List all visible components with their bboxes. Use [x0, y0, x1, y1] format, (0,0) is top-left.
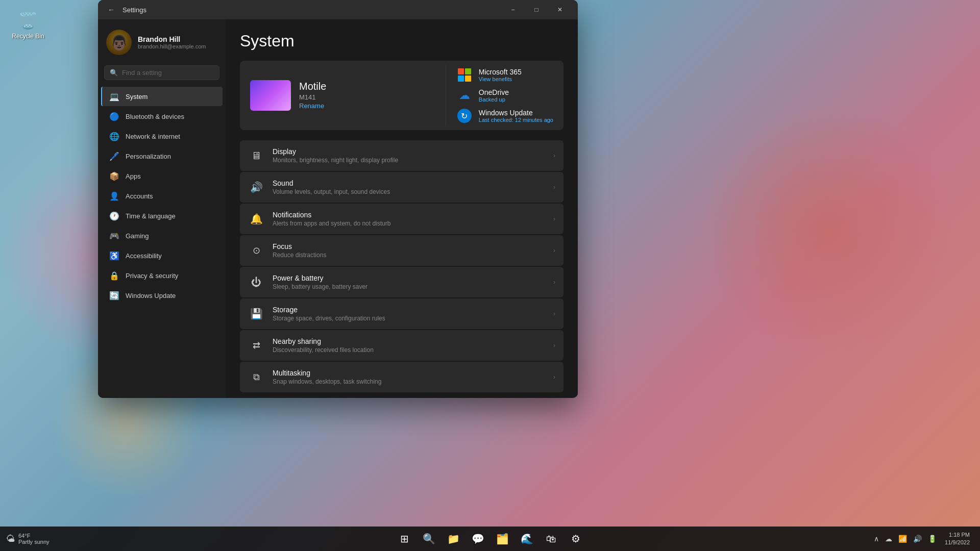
recycle-bin-image: 🗑️	[18, 10, 38, 31]
focus-text: Focus Reduce distractions	[273, 242, 545, 259]
chevron-icon[interactable]: ∧	[872, 533, 881, 545]
windows-update-text: Windows Update Last checked: 12 minutes …	[479, 109, 553, 123]
sound-chevron: ›	[553, 184, 555, 191]
search-button[interactable]: 🔍	[418, 528, 440, 550]
apps-icon: 📦	[109, 171, 119, 181]
sidebar: 👨🏿 Brandon Hill brandon.hill@example.com…	[98, 19, 226, 398]
sound-sublabel: Volume levels, output, input, sound devi…	[273, 188, 545, 195]
sidebar-item-accounts[interactable]: 👤 Accounts	[101, 186, 223, 206]
sidebar-item-gaming-label: Gaming	[126, 232, 149, 240]
windows-update-card[interactable]: ↻ Windows Update Last checked: 12 minute…	[456, 108, 553, 124]
sidebar-item-network[interactable]: 🌐 Network & internet	[101, 127, 223, 146]
settings-item-sound[interactable]: 🔊 Sound Volume levels, output, input, so…	[240, 172, 564, 203]
user-email: brandon.hill@example.com	[138, 43, 206, 49]
volume-icon[interactable]: 🔊	[911, 533, 924, 545]
focus-label: Focus	[273, 242, 545, 251]
search-icon: 🔍	[110, 69, 118, 77]
settings-window: ← Settings − □ ✕ 👨🏿 Brandon Hill brandon…	[98, 0, 578, 398]
storage-label: Storage	[273, 306, 545, 314]
page-title: System	[240, 32, 564, 51]
settings-taskbar-button[interactable]: ⚙	[565, 528, 587, 550]
power-chevron: ›	[553, 279, 555, 286]
device-rename-link[interactable]: Rename	[299, 102, 324, 110]
battery-icon[interactable]: 🔋	[926, 533, 939, 545]
titlebar: ← Settings − □ ✕	[98, 0, 578, 19]
notifications-sublabel: Alerts from apps and system, do not dist…	[273, 220, 545, 227]
accessibility-icon: ♿	[109, 251, 119, 261]
storage-icon: 💾	[248, 306, 264, 322]
window-controls: − □ ✕	[501, 0, 572, 19]
edge-button[interactable]: 🌊	[516, 528, 538, 550]
file-explorer-button[interactable]: 📁	[442, 528, 464, 550]
device-thumbnail	[250, 80, 291, 111]
folder-button[interactable]: 🗂️	[491, 528, 513, 550]
sidebar-nav: 💻 System 🔵 Bluetooth & devices 🌐 Network…	[98, 86, 226, 306]
storage-sublabel: Storage space, drives, configuration rul…	[273, 315, 545, 322]
sidebar-item-privacy[interactable]: 🔒 Privacy & security	[101, 266, 223, 285]
sidebar-item-update-label: Windows Update	[126, 292, 176, 299]
multitasking-icon: ⧉	[248, 369, 264, 385]
nearby-label: Nearby sharing	[273, 337, 545, 345]
sidebar-item-system-label: System	[126, 93, 148, 101]
back-button[interactable]: ←	[104, 3, 118, 17]
ms365-text: Microsoft 365 View benefits	[479, 68, 522, 82]
settings-item-storage[interactable]: 💾 Storage Storage space, drives, configu…	[240, 298, 564, 329]
personalization-icon: 🖊️	[109, 151, 119, 161]
onedrive-sublabel: Backed up	[479, 96, 509, 103]
search-input[interactable]	[122, 69, 214, 77]
user-info: Brandon Hill brandon.hill@example.com	[138, 35, 206, 49]
power-sublabel: Sleep, battery usage, battery saver	[273, 283, 545, 290]
settings-item-nearby[interactable]: ⇄ Nearby sharing Discoverability, receiv…	[240, 330, 564, 361]
settings-item-focus[interactable]: ⊙ Focus Reduce distractions ›	[240, 235, 564, 266]
settings-item-multitasking[interactable]: ⧉ Multitasking Snap windows, desktops, t…	[240, 362, 564, 392]
sidebar-item-gaming[interactable]: 🎮 Gaming	[101, 226, 223, 245]
recycle-bin-icon[interactable]: 🗑️ Recycle Bin	[10, 10, 46, 40]
date-display: 11/9/2022	[945, 539, 970, 546]
sidebar-item-time[interactable]: 🕐 Time & language	[101, 206, 223, 226]
wifi-icon[interactable]: 📶	[896, 533, 909, 545]
sidebar-item-personalization[interactable]: 🖊️ Personalization	[101, 146, 223, 166]
teams-button[interactable]: 💬	[467, 528, 489, 550]
recycle-bin-label: Recycle Bin	[12, 33, 44, 40]
nearby-sublabel: Discoverability, received files location	[273, 346, 545, 354]
display-label: Display	[273, 147, 545, 156]
sidebar-item-accessibility[interactable]: ♿ Accessibility	[101, 246, 223, 265]
sidebar-item-privacy-label: Privacy & security	[126, 272, 178, 280]
display-text: Display Monitors, brightness, night ligh…	[273, 147, 545, 164]
sound-label: Sound	[273, 179, 545, 187]
onedrive-card[interactable]: ☁ OneDrive Backed up	[456, 87, 553, 104]
nearby-icon: ⇄	[248, 337, 264, 354]
onedrive-label: OneDrive	[479, 88, 509, 96]
system-icon: 💻	[109, 91, 119, 102]
maximize-button[interactable]: □	[525, 0, 548, 19]
weather-text: 64°F Partly sunny	[18, 533, 50, 545]
accounts-icon: 👤	[109, 191, 119, 201]
minimize-button[interactable]: −	[501, 0, 525, 19]
taskbar-time[interactable]: 1:18 PM 11/9/2022	[941, 529, 974, 549]
start-button[interactable]: ⊞	[393, 528, 415, 550]
sidebar-item-bluetooth[interactable]: 🔵 Bluetooth & devices	[101, 107, 223, 126]
ms365-card[interactable]: Microsoft 365 View benefits	[456, 67, 553, 83]
settings-item-display[interactable]: 🖥 Display Monitors, brightness, night li…	[240, 140, 564, 171]
privacy-icon: 🔒	[109, 270, 119, 281]
ms365-label: Microsoft 365	[479, 68, 522, 76]
gaming-icon: 🎮	[109, 231, 119, 241]
taskbar-weather[interactable]: 🌤 64°F Partly sunny	[0, 533, 56, 545]
user-profile[interactable]: 👨🏿 Brandon Hill brandon.hill@example.com	[98, 23, 226, 63]
settings-list: 🖥 Display Monitors, brightness, night li…	[240, 140, 564, 392]
sidebar-item-update[interactable]: 🔄 Windows Update	[101, 286, 223, 305]
sidebar-item-system[interactable]: 💻 System	[101, 87, 223, 106]
store-button[interactable]: 🛍	[540, 528, 562, 550]
sidebar-item-apps[interactable]: 📦 Apps	[101, 166, 223, 186]
weather-temp: 64°F	[18, 533, 50, 539]
window-body: 👨🏿 Brandon Hill brandon.hill@example.com…	[98, 19, 578, 398]
close-button[interactable]: ✕	[548, 0, 572, 19]
settings-item-notifications[interactable]: 🔔 Notifications Alerts from apps and sys…	[240, 204, 564, 234]
cloud-icon[interactable]: ☁	[883, 533, 894, 545]
notifications-icon: 🔔	[248, 211, 264, 227]
settings-item-power[interactable]: ⏻ Power & battery Sleep, battery usage, …	[240, 267, 564, 297]
multitasking-label: Multitasking	[273, 369, 545, 377]
power-label: Power & battery	[273, 274, 545, 282]
sidebar-item-time-label: Time & language	[126, 212, 176, 220]
sound-text: Sound Volume levels, output, input, soun…	[273, 179, 545, 195]
